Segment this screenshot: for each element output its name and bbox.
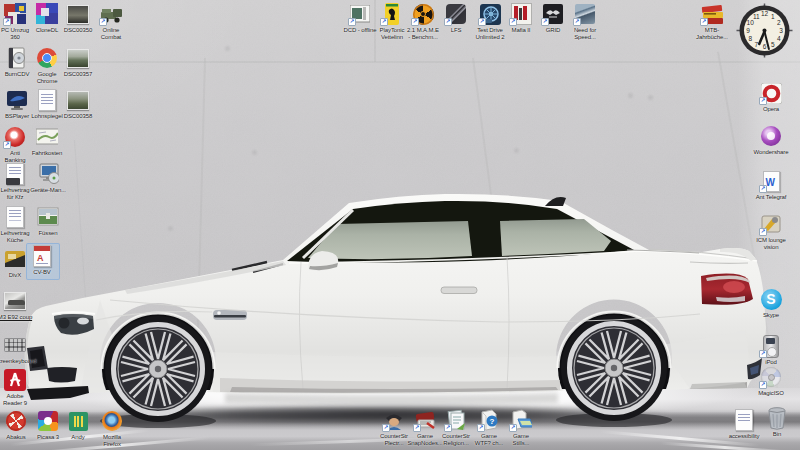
svg-text:?: ?: [490, 417, 495, 426]
svg-text:9: 9: [746, 27, 750, 34]
svg-text:5: 5: [771, 41, 775, 48]
svg-text:1: 1: [771, 13, 775, 20]
svg-text:11: 11: [753, 13, 760, 20]
svg-text:12: 12: [761, 10, 769, 17]
svg-text:2: 2: [777, 19, 781, 26]
svg-text:3: 3: [779, 27, 783, 34]
svg-text:6: 6: [763, 43, 767, 50]
svg-text:8: 8: [748, 35, 752, 42]
svg-text:4: 4: [777, 35, 781, 42]
svg-text:7: 7: [754, 41, 758, 48]
svg-text:10: 10: [747, 19, 755, 26]
